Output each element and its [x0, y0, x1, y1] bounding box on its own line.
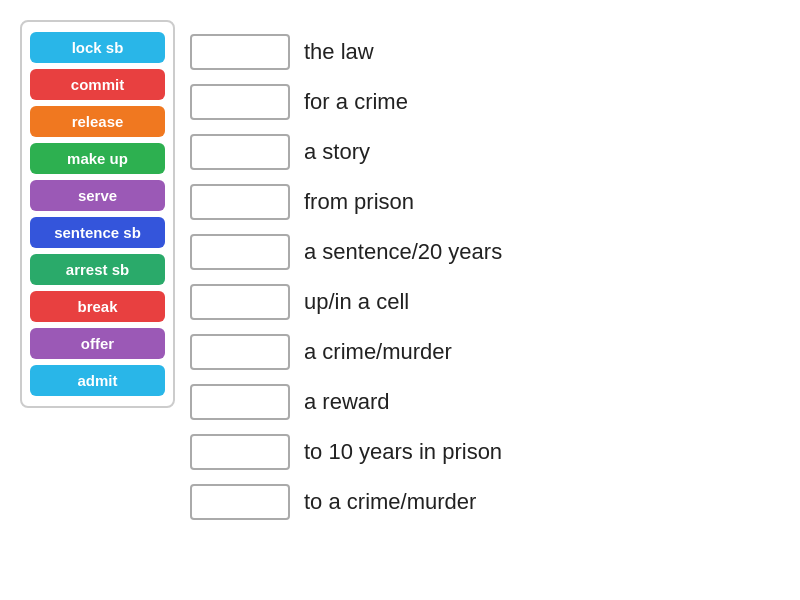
input-match-5[interactable]: [190, 234, 290, 270]
label-match-8: a reward: [304, 389, 390, 415]
btn-sentence-sb[interactable]: sentence sb: [30, 217, 165, 248]
btn-serve[interactable]: serve: [30, 180, 165, 211]
row-match-10: to a crime/murder: [190, 480, 502, 524]
label-match-10: to a crime/murder: [304, 489, 476, 515]
label-match-1: the law: [304, 39, 374, 65]
row-match-3: a story: [190, 130, 502, 174]
btn-commit[interactable]: commit: [30, 69, 165, 100]
input-match-4[interactable]: [190, 184, 290, 220]
input-match-2[interactable]: [190, 84, 290, 120]
btn-admit[interactable]: admit: [30, 365, 165, 396]
input-match-1[interactable]: [190, 34, 290, 70]
btn-release[interactable]: release: [30, 106, 165, 137]
row-match-8: a reward: [190, 380, 502, 424]
row-match-7: a crime/murder: [190, 330, 502, 374]
btn-arrest-sb[interactable]: arrest sb: [30, 254, 165, 285]
row-match-1: the law: [190, 30, 502, 74]
label-match-7: a crime/murder: [304, 339, 452, 365]
row-match-4: from prison: [190, 180, 502, 224]
label-match-6: up/in a cell: [304, 289, 409, 315]
left-panel: lock sbcommitreleasemake upservesentence…: [20, 20, 175, 408]
input-match-10[interactable]: [190, 484, 290, 520]
row-match-6: up/in a cell: [190, 280, 502, 324]
label-match-9: to 10 years in prison: [304, 439, 502, 465]
right-panel: the lawfor a crimea storyfrom prisona se…: [175, 20, 502, 534]
label-match-4: from prison: [304, 189, 414, 215]
label-match-5: a sentence/20 years: [304, 239, 502, 265]
row-match-5: a sentence/20 years: [190, 230, 502, 274]
input-match-7[interactable]: [190, 334, 290, 370]
input-match-9[interactable]: [190, 434, 290, 470]
input-match-3[interactable]: [190, 134, 290, 170]
btn-lock-sb[interactable]: lock sb: [30, 32, 165, 63]
btn-break[interactable]: break: [30, 291, 165, 322]
label-match-3: a story: [304, 139, 370, 165]
btn-offer[interactable]: offer: [30, 328, 165, 359]
label-match-2: for a crime: [304, 89, 408, 115]
main-container: lock sbcommitreleasemake upservesentence…: [0, 0, 800, 600]
row-match-2: for a crime: [190, 80, 502, 124]
input-match-8[interactable]: [190, 384, 290, 420]
btn-make-up[interactable]: make up: [30, 143, 165, 174]
input-match-6[interactable]: [190, 284, 290, 320]
row-match-9: to 10 years in prison: [190, 430, 502, 474]
